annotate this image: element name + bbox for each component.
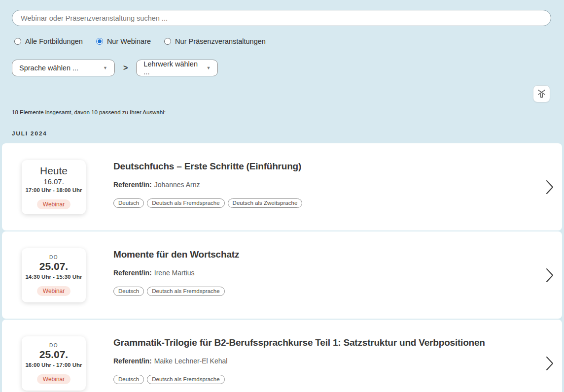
radio-label: Nur Webinare <box>107 37 151 45</box>
event-title: Momente für den Wortschatz <box>113 249 523 261</box>
event-day-label: DO <box>49 343 58 348</box>
event-tags: Deutsch Deutsch als Fremdsprache <box>113 375 523 384</box>
event-card[interactable]: DO 25.07. 14:30 Uhr - 15:30 Uhr Webinar … <box>2 231 562 319</box>
referent-label: Referent/in: <box>113 357 152 365</box>
event-time: 14:30 Uhr - 15:30 Uhr <box>25 274 82 280</box>
event-card-content: Momente für den Wortschatz Referent/in:I… <box>113 249 523 296</box>
referent-name: Irene Martius <box>154 269 195 277</box>
tag: Deutsch als Fremdsprache <box>147 375 224 384</box>
event-card-content: Grammatik-Trilogie für B2-Berufssprachku… <box>113 337 523 384</box>
event-list: Heute 16.07. 17:00 Uhr - 18:00 Uhr Webin… <box>0 143 564 392</box>
radio-circle-icon[interactable] <box>164 38 171 45</box>
event-date: 25.07. <box>39 348 68 360</box>
tag: Deutsch <box>113 287 144 296</box>
chevron-down-icon: ▼ <box>206 65 211 70</box>
event-time: 17:00 Uhr - 18:00 Uhr <box>25 187 82 193</box>
event-date-box: DO 25.07. 16:00 Uhr - 17:00 Uhr Webinar <box>22 336 86 391</box>
radio-circle-icon[interactable] <box>96 38 103 45</box>
webinar-search-page: { "colors": { "page_background": "#d7e9f… <box>0 0 564 392</box>
event-day-label: Heute <box>40 165 68 177</box>
results-summary: 18 Elemente insgesamt, davon 10 passend … <box>12 109 166 115</box>
referent-name: Johannes Arnz <box>154 181 200 189</box>
radio-label: Nur Präsenzveranstaltungen <box>175 37 266 45</box>
radio-circle-icon[interactable] <box>14 38 21 45</box>
event-day-label: DO <box>49 255 58 260</box>
filter-x-icon <box>536 89 547 99</box>
search-bar <box>12 10 551 26</box>
referent-name: Maike Lechner-El Kehal <box>154 357 228 365</box>
event-type-badge: Webinar <box>37 374 70 384</box>
event-referent: Referent/in:Johannes Arnz <box>113 181 523 189</box>
event-date-box: Heute 16.07. 17:00 Uhr - 18:00 Uhr Webin… <box>22 160 86 214</box>
chevron-right-icon[interactable] <box>545 179 554 195</box>
tag: Deutsch <box>113 198 144 208</box>
event-tags: Deutsch Deutsch als Fremdsprache Deutsch… <box>113 198 523 208</box>
search-input[interactable] <box>12 10 551 26</box>
radio-nur-webinare[interactable]: Nur Webinare <box>96 37 151 45</box>
coursebook-select-value: Lehrwerk wählen ... <box>143 60 201 76</box>
event-time: 16:00 Uhr - 17:00 Uhr <box>25 362 82 368</box>
event-card-content: Deutschfuchs – Erste Schritte (Einführun… <box>113 161 523 208</box>
event-type-badge: Webinar <box>37 286 70 296</box>
event-tags: Deutsch Deutsch als Fremdsprache <box>113 287 523 296</box>
event-type-badge: Webinar <box>37 199 70 209</box>
coursebook-select[interactable]: Lehrwerk wählen ... ▼ <box>136 60 218 76</box>
event-date: 25.07. <box>39 260 68 272</box>
event-card[interactable]: DO 25.07. 16:00 Uhr - 17:00 Uhr Webinar … <box>2 320 562 392</box>
referent-label: Referent/in: <box>113 181 152 189</box>
event-referent: Referent/in:Maike Lechner-El Kehal <box>113 357 523 365</box>
filter-reset-button[interactable] <box>533 85 550 102</box>
event-card[interactable]: Heute 16.07. 17:00 Uhr - 18:00 Uhr Webin… <box>2 143 562 230</box>
chevron-down-icon: ▼ <box>103 65 107 70</box>
event-title: Deutschfuchs – Erste Schritte (Einführun… <box>113 161 523 172</box>
month-header: JULI 2024 <box>12 131 47 136</box>
chevron-right-separator-icon: > <box>123 64 128 72</box>
select-row: Sprache wählen ... ▼ > Lehrwerk wählen .… <box>12 60 218 76</box>
radio-nur-praesenzveranstaltungen[interactable]: Nur Präsenzveranstaltungen <box>164 37 266 45</box>
event-date-box: DO 25.07. 14:30 Uhr - 15:30 Uhr Webinar <box>22 248 86 302</box>
tag: Deutsch als Zweitsprache <box>228 198 303 208</box>
chevron-right-icon[interactable] <box>545 356 554 371</box>
event-title: Grammatik-Trilogie für B2-Berufssprachku… <box>113 337 523 349</box>
radio-alle-fortbildungen[interactable]: Alle Fortbildungen <box>14 37 83 45</box>
tag: Deutsch als Fremdsprache <box>147 287 224 296</box>
language-select-value: Sprache wählen ... <box>19 64 78 72</box>
tag: Deutsch <box>113 375 144 384</box>
event-referent: Referent/in:Irene Martius <box>113 269 523 277</box>
tag: Deutsch als Fremdsprache <box>147 198 224 208</box>
chevron-right-icon[interactable] <box>545 267 554 283</box>
event-type-radio-group: Alle Fortbildungen Nur Webinare Nur Präs… <box>14 37 266 45</box>
language-select[interactable]: Sprache wählen ... ▼ <box>12 60 115 76</box>
event-date: 16.07. <box>43 177 64 186</box>
radio-label: Alle Fortbildungen <box>25 37 83 45</box>
referent-label: Referent/in: <box>113 269 152 277</box>
